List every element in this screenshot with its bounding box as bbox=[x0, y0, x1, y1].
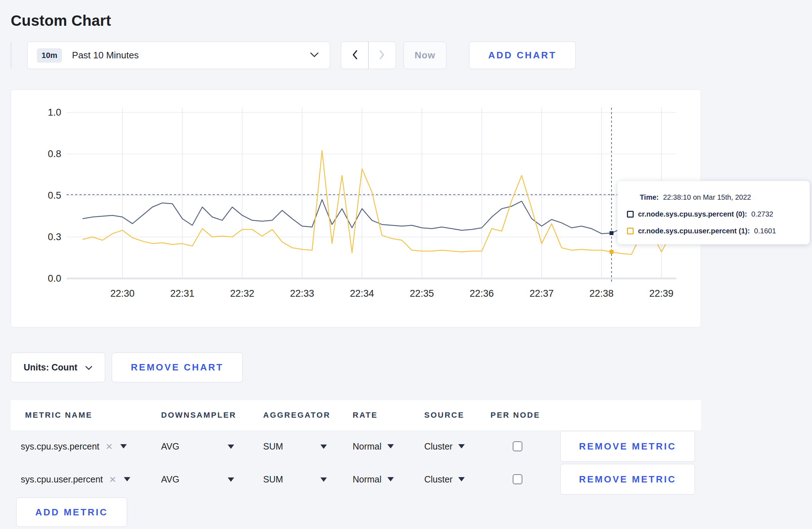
column-header-metric-name: METRIC NAME bbox=[25, 400, 92, 430]
svg-text:0.3: 0.3 bbox=[48, 232, 61, 242]
tooltip-series-row: cr.node.sys.cpu.user.percent (1): 0.1601 bbox=[627, 225, 809, 236]
metric-name-value: sys.cpu.user.percent bbox=[21, 474, 103, 485]
rate-select[interactable]: Normal bbox=[353, 464, 394, 495]
tooltip-time-row: Time: 22:38:10 on Mar 15th, 2022 bbox=[627, 192, 809, 203]
table-row: sys.cpu.sys.percent × AVG SUM Normal Clu… bbox=[11, 431, 701, 462]
clear-metric-icon[interactable]: × bbox=[106, 441, 113, 452]
metric-name-select[interactable]: sys.cpu.sys.percent × bbox=[21, 431, 127, 462]
svg-text:1.0: 1.0 bbox=[48, 107, 61, 118]
remove-chart-button[interactable]: REMOVE CHART bbox=[112, 353, 243, 382]
remove-metric-button[interactable]: REMOVE METRIC bbox=[560, 431, 695, 462]
now-button[interactable]: Now bbox=[403, 42, 446, 69]
next-time-button[interactable] bbox=[369, 42, 396, 69]
downsampler-select[interactable]: AVG bbox=[161, 464, 179, 495]
aggregator-select[interactable]: SUM bbox=[263, 464, 283, 495]
svg-text:22:34: 22:34 bbox=[350, 288, 374, 299]
time-pager bbox=[341, 42, 396, 69]
tooltip-time-label: Time: bbox=[640, 193, 659, 202]
timeseries-chart[interactable]: 0.00.30.50.81.022:3022:3122:3222:3322:34… bbox=[11, 90, 701, 328]
svg-text:22:37: 22:37 bbox=[530, 288, 554, 299]
caret-down-icon bbox=[458, 444, 465, 448]
chevron-down-icon bbox=[85, 362, 92, 373]
source-value: Cluster bbox=[424, 474, 453, 485]
column-header-source: SOURCE bbox=[424, 400, 464, 430]
caret-down-icon bbox=[124, 477, 130, 481]
tooltip-time-value: 22:38:10 on Mar 15th, 2022 bbox=[663, 193, 751, 202]
per-node-checkbox[interactable] bbox=[513, 474, 522, 484]
aggregator-value: SUM bbox=[263, 441, 283, 452]
aggregator-select[interactable]: SUM bbox=[263, 431, 283, 462]
source-select[interactable]: Cluster bbox=[424, 431, 465, 462]
svg-text:22:32: 22:32 bbox=[230, 288, 255, 299]
svg-text:22:33: 22:33 bbox=[290, 288, 314, 299]
caret-down-icon bbox=[120, 444, 127, 448]
svg-text:22:31: 22:31 bbox=[170, 288, 194, 299]
column-header-downsampler: DOWNSAMPLER bbox=[161, 400, 236, 430]
rate-value: Normal bbox=[353, 474, 382, 485]
rate-select[interactable]: Normal bbox=[353, 431, 394, 462]
metric-name-select[interactable]: sys.cpu.user.percent × bbox=[21, 464, 130, 495]
column-header-per-node: PER NODE bbox=[490, 400, 540, 430]
add-chart-button[interactable]: ADD CHART bbox=[469, 42, 576, 69]
caret-down-icon[interactable] bbox=[320, 477, 327, 482]
metrics-table-header: METRIC NAME DOWNSAMPLER AGGREGATOR RATE … bbox=[11, 400, 701, 430]
time-range-dropdown[interactable]: 10m Past 10 Minutes bbox=[27, 42, 330, 69]
units-dropdown[interactable]: Units: Count bbox=[11, 353, 105, 382]
tooltip-series-value: 0.2732 bbox=[751, 210, 773, 218]
caret-down-icon[interactable] bbox=[320, 445, 327, 449]
svg-text:22:30: 22:30 bbox=[110, 288, 135, 299]
toolbar-divider bbox=[11, 42, 11, 69]
series-user-swatch-icon bbox=[627, 228, 634, 234]
per-node-checkbox[interactable] bbox=[513, 441, 522, 451]
svg-text:22:35: 22:35 bbox=[410, 288, 434, 299]
table-row: sys.cpu.user.percent × AVG SUM Normal Cl… bbox=[11, 464, 701, 495]
source-value: Cluster bbox=[424, 441, 453, 452]
tooltip-series-name: cr.node.sys.cpu.user.percent (1): bbox=[638, 227, 750, 235]
rate-value: Normal bbox=[353, 441, 382, 452]
tooltip-series-value: 0.1601 bbox=[754, 227, 776, 235]
clear-metric-icon[interactable]: × bbox=[109, 474, 116, 485]
caret-down-icon bbox=[458, 477, 465, 481]
chart-panel[interactable]: 0.00.30.50.81.022:3022:3122:3222:3322:34… bbox=[11, 89, 701, 327]
caret-down-icon bbox=[387, 477, 394, 481]
caret-down-icon bbox=[387, 444, 394, 448]
svg-text:22:38: 22:38 bbox=[589, 288, 614, 299]
metric-name-value: sys.cpu.sys.percent bbox=[21, 441, 100, 452]
prev-time-button[interactable] bbox=[341, 42, 368, 69]
add-metric-button[interactable]: ADD METRIC bbox=[16, 498, 127, 527]
page-title: Custom Chart bbox=[11, 12, 111, 29]
downsampler-select[interactable]: AVG bbox=[161, 431, 179, 462]
series-sys-swatch-icon bbox=[627, 211, 634, 218]
units-label: Units: Count bbox=[24, 362, 77, 373]
svg-text:0.8: 0.8 bbox=[48, 149, 61, 159]
downsampler-value: AVG bbox=[161, 441, 179, 452]
time-range-badge: 10m bbox=[37, 48, 62, 63]
tooltip-series-name: cr.node.sys.cpu.sys.percent (0): bbox=[638, 210, 747, 218]
chart-hover-tooltip: Time: 22:38:10 on Mar 15th, 2022 cr.node… bbox=[617, 181, 810, 244]
column-header-rate: RATE bbox=[353, 400, 378, 430]
caret-down-icon[interactable] bbox=[228, 477, 234, 482]
chevron-down-icon bbox=[310, 52, 319, 59]
source-select[interactable]: Cluster bbox=[424, 464, 465, 495]
column-header-aggregator: AGGREGATOR bbox=[263, 400, 330, 430]
caret-down-icon[interactable] bbox=[228, 445, 234, 449]
svg-text:0.0: 0.0 bbox=[48, 273, 61, 284]
downsampler-value: AVG bbox=[161, 474, 179, 485]
aggregator-value: SUM bbox=[263, 474, 283, 485]
tooltip-series-row: cr.node.sys.cpu.sys.percent (0): 0.2732 bbox=[627, 209, 809, 219]
chevron-left-icon bbox=[352, 50, 358, 61]
chevron-right-icon bbox=[379, 50, 385, 61]
svg-text:22:36: 22:36 bbox=[470, 288, 494, 299]
remove-metric-button[interactable]: REMOVE METRIC bbox=[560, 464, 695, 495]
svg-text:0.5: 0.5 bbox=[48, 190, 61, 201]
svg-text:22:39: 22:39 bbox=[649, 288, 674, 299]
time-range-label: Past 10 Minutes bbox=[72, 50, 139, 61]
